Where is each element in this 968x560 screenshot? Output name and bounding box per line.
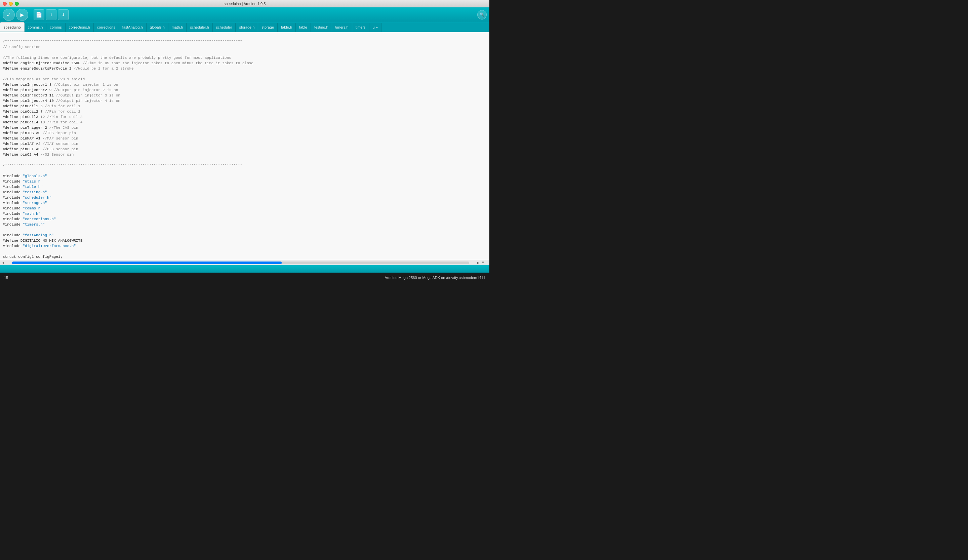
code-line <box>3 50 489 55</box>
code-line: #define pinTrigger 2 //The CAS pin <box>3 125 489 131</box>
minimize-button[interactable] <box>9 2 13 6</box>
maximize-button[interactable] <box>15 2 19 6</box>
code-content: /***************************************… <box>3 34 489 260</box>
code-line: #define pinIAT A2 //IAT sensor pin <box>3 141 489 147</box>
code-line: #include "storage.h" <box>3 200 489 206</box>
tab-speeduino[interactable]: speeduino <box>0 22 25 31</box>
scroll-left-arrow[interactable]: ◀ <box>1 261 5 265</box>
tab-globals_h[interactable]: globals.h <box>147 23 168 31</box>
code-line: #include "math.h" <box>3 211 489 217</box>
code-line: //Pin mappings as per the v0.1 shield <box>3 77 489 82</box>
titlebar: speeduino | Arduino 1.0.5 <box>0 0 489 7</box>
code-line: #define pinCoil3 12 //Pin for coil 3 <box>3 114 489 120</box>
code-line: #define pinCLT A3 //CLS sensor pin <box>3 147 489 152</box>
code-line: #define pinInjector1 8 //Output pin inje… <box>3 82 489 88</box>
code-line: #include "scheduler.h" <box>3 195 489 200</box>
code-line: #define pinMAP A1 //MAP sensor pin <box>3 136 489 141</box>
tab-scheduler_h[interactable]: scheduler.h <box>187 23 212 31</box>
tab-testing_h[interactable]: testing.h <box>311 23 332 31</box>
tab-comms[interactable]: comms <box>46 23 65 31</box>
code-line <box>3 34 489 39</box>
tab-table_h[interactable]: table.h <box>278 23 296 31</box>
new-button[interactable]: 📄 <box>34 10 45 20</box>
code-line <box>3 157 489 163</box>
code-line: #include "table.h" <box>3 184 489 190</box>
code-line: #include "corrections.h" <box>3 217 489 222</box>
code-line: #define engineInjectorDeadTime 1500 //Ti… <box>3 61 489 66</box>
statusbar: 15 Arduino Mega 2560 or Mega ADK on /dev… <box>0 273 489 280</box>
code-line <box>3 168 489 174</box>
tab-storage_h[interactable]: storage.h <box>235 23 258 31</box>
code-line: #include "globals.h" <box>3 174 489 179</box>
tab-timers_h[interactable]: timers.h <box>332 23 352 31</box>
tab-scheduler[interactable]: scheduler <box>213 23 236 31</box>
code-line: #define pinCoil1 6 //Pin for coil 1 <box>3 104 489 109</box>
code-line <box>3 71 489 77</box>
close-button[interactable] <box>3 2 7 6</box>
verify-button[interactable]: ✓ <box>3 9 15 21</box>
window-controls[interactable] <box>3 2 19 6</box>
code-line: #include "timers.h" <box>3 222 489 227</box>
code-line: #define pinInjector2 9 //Output pin inje… <box>3 88 489 93</box>
code-line: #define pinTPS A0 //TPS input pin <box>3 131 489 136</box>
bottom-teal-bar <box>0 265 489 273</box>
scroll-thumb-horizontal[interactable] <box>12 262 282 264</box>
code-line: #define pinCoil4 13 //Pin for coil 4 <box>3 120 489 125</box>
save-button[interactable]: ⬇ <box>58 10 68 20</box>
code-line: struct config1 configPage1; <box>3 254 489 260</box>
scroll-center-indicator: ▼ <box>482 261 484 265</box>
scroll-right-arrow[interactable]: ▶ <box>476 261 481 265</box>
search-button[interactable]: 🔍 <box>477 10 487 20</box>
tab-storage[interactable]: storage <box>258 23 278 31</box>
tabs-bar: speeduinocomms.hcommscorrections.hcorrec… <box>0 22 489 32</box>
window-title: speeduino | Arduino 1.0.5 <box>224 2 266 6</box>
line-number: 15 <box>4 276 8 280</box>
editor-scroll[interactable]: /***************************************… <box>0 32 489 260</box>
tab-comms_h[interactable]: comms.h <box>25 23 47 31</box>
code-line: #include "digitalIOPerformance.h" <box>3 244 489 249</box>
code-line: #include "utils.h" <box>3 179 489 184</box>
code-line: #include "comms.h" <box>3 206 489 211</box>
code-line: #include "fastAnalog.h" <box>3 233 489 238</box>
code-line: // Config section <box>3 45 489 50</box>
code-line: #define pinInjector3 11 //Output pin inj… <box>3 93 489 98</box>
board-info: Arduino Mega 2560 or Mega ADK on /dev/tt… <box>385 276 486 280</box>
tab-corrections_h[interactable]: corrections.h <box>66 23 94 31</box>
horizontal-scrollbar[interactable]: ◀ ▶ ▼ <box>0 260 489 265</box>
tab-corrections[interactable]: corrections <box>94 23 119 31</box>
code-line: //The following lines are configurable, … <box>3 55 489 61</box>
code-line: #include "testing.h" <box>3 190 489 195</box>
code-line <box>3 227 489 233</box>
code-line: /***************************************… <box>3 163 489 168</box>
open-button[interactable]: ⬆ <box>46 10 56 20</box>
toolbar: ✓ ▶ 📄 ⬆ ⬇ 🔍 <box>0 7 489 22</box>
code-line: #define pinCoil2 7 //Pin for coil 2 <box>3 109 489 114</box>
code-line: #define engineSquirtsPerCycle 2 //Would … <box>3 66 489 71</box>
tab-u[interactable]: u » <box>370 23 381 31</box>
tab-math_h[interactable]: math.h <box>168 23 187 31</box>
code-line: #define pinInjector4 10 //Output pin inj… <box>3 98 489 104</box>
upload-button[interactable]: ▶ <box>16 9 28 21</box>
tab-timers[interactable]: timers <box>352 23 370 31</box>
code-line: /***************************************… <box>3 39 489 45</box>
code-line: #define DIGITALIO_NO_MIX_ANALOGWRITE <box>3 238 489 244</box>
code-line: #define pinO2 A4 //O2 Sensor pin <box>3 152 489 157</box>
tab-table[interactable]: table <box>296 23 311 31</box>
tab-fastAnalog_h[interactable]: fastAnalog.h <box>119 23 147 31</box>
code-line <box>3 249 489 254</box>
editor-area: /***************************************… <box>0 32 489 260</box>
scroll-track-horizontal[interactable] <box>12 262 469 264</box>
